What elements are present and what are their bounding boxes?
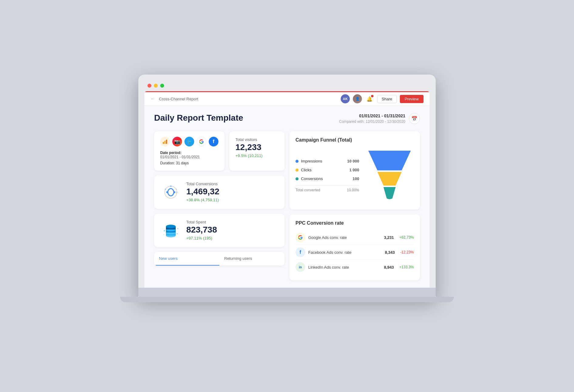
funnel-dot-clicks [295,169,299,172]
ppc-row-linkedin: in LinkedIn Ads conv. rate 8,943 +133.3% [295,260,414,274]
visitors-value: 12,233 [235,143,279,152]
right-column: Campaign Funnel (Total) Impressions 10 0… [289,131,420,280]
laptop-body: ← Cross-Channel Report AK 👤 🔔 Share Prev… [138,75,436,297]
funnel-value-clicks: 1 000 [349,168,359,172]
header-left: ← Cross-Channel Report [150,96,198,102]
visitors-label: Total visitors [235,137,279,142]
tabs-header: New users Returning users [154,252,285,266]
laptop-wrapper: ← Cross-Channel Report AK 👤 🔔 Share Prev… [120,65,454,327]
cards-grid: 📷 🐦 [154,131,420,280]
conversions-value: 1,469,32 [186,187,279,196]
tabs-card: New users Returning users [154,252,285,266]
spent-card: Total Spent 823,738 +97.11% (195) [154,214,285,247]
laptop-base [120,297,454,302]
funnel-dot-conversions [295,177,299,180]
source-icon-twitter: 🐦 [184,137,194,146]
funnel-layout: Impressions 10 000 Clicks 1 000 [295,148,414,203]
spent-value: 823,738 [186,226,279,234]
preview-button[interactable]: Preview [400,95,424,103]
svg-rect-1 [164,141,166,144]
ppc-icon-google [295,233,305,242]
laptop-stand [138,288,436,297]
funnel-card: Campaign Funnel (Total) Impressions 10 0… [289,131,420,209]
svg-point-20 [177,228,178,229]
date-range-text: 01/01/2021 - 01/31/2021 [339,113,405,118]
ppc-label-facebook: Facebook Ads conv. rate [308,250,382,255]
funnel-row-conversions: Conversions 100 [295,176,359,181]
breadcrumb: Cross-Channel Report [159,97,198,101]
spent-info: Total Spent 823,738 +97.11% (195) [186,220,279,240]
source-icon-instagram: 📷 [172,137,182,146]
svg-point-17 [164,230,165,232]
laptop-top-bar [144,81,430,91]
funnel-label-conversions: Conversions [301,176,350,181]
svg-marker-21 [368,151,411,170]
funnel-row-impressions: Impressions 10 000 [295,159,359,163]
date-range-text-block: 01/01/2021 - 01/31/2021 Compared with: 1… [339,113,405,124]
conversions-card: Total Conversions 1,469,32 +38.8% (4,759… [154,176,285,209]
svg-point-8 [165,189,166,190]
visitors-card: Total visitors 12,233 +9.5% (10,211) [229,131,285,171]
ppc-change-facebook: -12.23% [400,250,414,254]
funnel-label-clicks: Clicks [301,168,347,172]
notification-badge [371,95,373,97]
report-header: Daily Report Template 01/01/2021 - 01/31… [154,113,420,124]
svg-point-4 [166,191,168,193]
notification-icon[interactable]: 🔔 [365,94,374,103]
ppc-change-linkedin: +133.3% [399,265,414,269]
svg-point-6 [170,186,172,187]
avatar-photo-inner: 👤 [353,94,362,103]
ppc-value-google: 3,231 [384,235,394,240]
ppc-value-linkedin: 8,943 [384,265,394,270]
ppc-label-linkedin: LinkedIn Ads conv. rate [308,265,381,270]
date-period-label: Date period: [160,151,218,155]
conversions-icon [160,182,181,203]
app-header: ← Cross-Channel Report AK 👤 🔔 Share Prev… [144,91,430,106]
funnel-total-value: 10.00% [347,188,359,192]
ppc-icon-linkedin: in [295,262,305,272]
laptop-screen: ← Cross-Channel Report AK 👤 🔔 Share Prev… [144,91,430,288]
dot-green [160,84,164,88]
back-button[interactable]: ← [150,96,155,102]
funnel-total-row: Total converted 10.00% [295,188,359,192]
ppc-row-google: Google Ads conv. rate 3,231 +62.73% [295,230,414,245]
tab-new-users[interactable]: New users [154,252,219,266]
dot-red [147,84,151,88]
conversions-label: Total Conversions [186,182,279,186]
date-range-section: 01/01/2021 - 01/31/2021 Compared with: 1… [339,113,420,124]
ppc-row-facebook: f Facebook Ads conv. rate 8,343 -12.23% [295,245,414,260]
source-icon-facebook: f [209,137,218,146]
funnel-metrics: Impressions 10 000 Clicks 1 000 [295,159,359,192]
svg-rect-0 [163,142,164,144]
svg-marker-23 [383,187,396,198]
top-row: 📷 🐦 [154,131,285,171]
share-button[interactable]: Share [377,95,397,103]
visitors-change: +9.5% (10,211) [235,153,279,158]
svg-point-24 [387,196,393,199]
source-icon-google [197,137,206,146]
svg-point-7 [176,192,177,193]
conversions-info: Total Conversions 1,469,32 +38.8% (4,759… [186,182,279,202]
funnel-label-impressions: Impressions [301,159,345,163]
header-right: AK 👤 🔔 Share Preview [341,94,424,103]
funnel-visual [365,148,414,203]
dot-yellow [154,84,158,88]
svg-point-5 [174,191,175,193]
ppc-label-google: Google Ads conv. rate [308,235,381,240]
ppc-title: PPC Conversion rate [295,220,414,226]
spent-label: Total Spent [186,220,279,224]
funnel-value-impressions: 10 000 [347,159,359,163]
svg-point-19 [164,234,164,235]
funnel-title: Campaign Funnel (Total) [295,137,414,143]
source-icons: 📷 🐦 [160,137,218,146]
svg-rect-2 [166,140,167,144]
calendar-button[interactable]: 📅 [409,113,420,124]
report-title: Daily Report Template [154,113,243,123]
date-period-value: 01/01/2021 - 01/31/2021 [160,155,218,159]
ppc-icon-facebook: f [295,247,305,257]
ppc-change-google: +62.73% [399,235,414,240]
tab-returning-users[interactable]: Returning users [219,252,285,266]
avatar-photo: 👤 [353,94,362,103]
avatar-ak: AK [341,94,350,103]
funnel-divider [295,185,359,186]
